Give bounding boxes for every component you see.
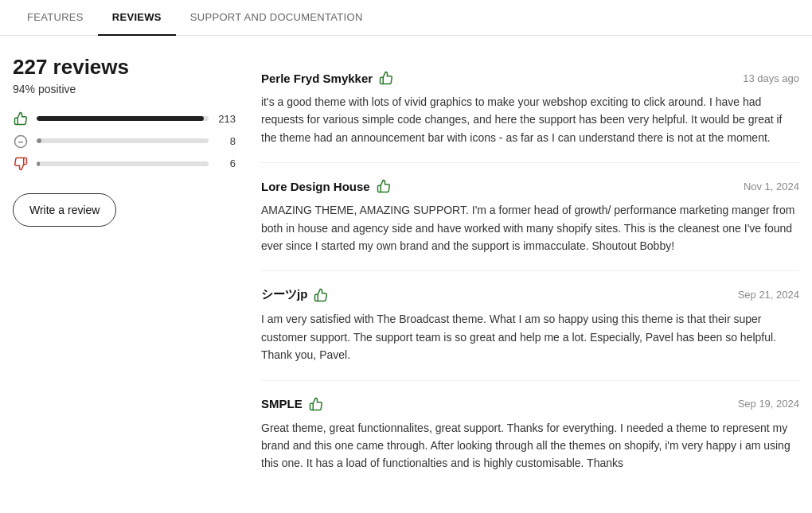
- sidebar: 227 reviews 94% positive 213: [13, 55, 236, 488]
- negative-bar-track: [37, 161, 209, 166]
- tab-features[interactable]: FEATURES: [13, 0, 98, 36]
- reviewer-name: SMPLE: [261, 397, 323, 411]
- tab-reviews[interactable]: REVIEWS: [98, 0, 176, 36]
- neutral-count: 8: [217, 135, 236, 147]
- reviewer-name: Perle Fryd Smykker: [261, 71, 393, 85]
- review-item: Perle Fryd Smykker 13 days ago it's a go…: [261, 55, 799, 163]
- neutral-bar-fill: [37, 138, 41, 143]
- review-text: it's a good theme with lots of vivid gra…: [261, 93, 799, 146]
- review-header: Perle Fryd Smykker 13 days ago: [261, 71, 799, 85]
- review-item: SMPLE Sep 19, 2024 Great theme, great fu…: [261, 381, 799, 488]
- rating-bars: 213 8: [13, 111, 236, 171]
- review-text: Great theme, great functionnalites, grea…: [261, 419, 799, 472]
- main-content: 227 reviews 94% positive 213: [0, 36, 812, 507]
- negative-count: 6: [217, 157, 236, 169]
- review-header: Lore Design House Nov 1, 2024: [261, 179, 799, 193]
- review-item: シーツjp Sep 21, 2024 I am very satisfied w…: [261, 271, 799, 380]
- thumbs-up-icon: [309, 397, 323, 411]
- review-date: Sep 19, 2024: [738, 398, 799, 410]
- positive-percent: 94% positive: [13, 83, 236, 95]
- negative-rating-row: 6: [13, 157, 236, 171]
- review-text: I am very satisfied with The Broadcast t…: [261, 310, 799, 363]
- thumbs-down-icon: [13, 157, 29, 171]
- thumbs-up-icon: [379, 71, 393, 85]
- review-header: シーツjp Sep 21, 2024: [261, 287, 799, 302]
- review-date: 13 days ago: [743, 72, 799, 84]
- thumbs-up-icon: [13, 111, 29, 126]
- positive-bar-fill: [37, 116, 204, 121]
- review-date: Nov 1, 2024: [744, 181, 799, 192]
- reviews-list: Perle Fryd Smykker 13 days ago it's a go…: [261, 55, 799, 488]
- positive-count: 213: [217, 113, 236, 125]
- reviewer-name: シーツjp: [261, 287, 328, 302]
- neutral-rating-row: 8: [13, 134, 236, 148]
- positive-bar-track: [37, 116, 209, 121]
- reviewer-name: Lore Design House: [261, 179, 391, 193]
- tab-support[interactable]: SUPPORT AND DOCUMENTATION: [176, 0, 377, 36]
- positive-rating-row: 213: [13, 111, 236, 126]
- tab-bar: FEATURES REVIEWS SUPPORT AND DOCUMENTATI…: [0, 0, 812, 36]
- negative-bar-fill: [37, 161, 40, 166]
- write-review-button[interactable]: Write a review: [13, 193, 116, 227]
- neutral-bar-track: [37, 138, 209, 143]
- thumbs-up-icon: [377, 179, 391, 193]
- review-text: AMAZING THEME, AMAZING SUPPORT. I'm a fo…: [261, 201, 799, 255]
- review-count: 227 reviews: [13, 55, 236, 80]
- review-item: Lore Design House Nov 1, 2024 AMAZING TH…: [261, 163, 799, 271]
- thumbs-up-icon: [314, 288, 328, 302]
- neutral-icon: [13, 134, 29, 148]
- review-header: SMPLE Sep 19, 2024: [261, 397, 799, 411]
- review-date: Sep 21, 2024: [738, 289, 799, 301]
